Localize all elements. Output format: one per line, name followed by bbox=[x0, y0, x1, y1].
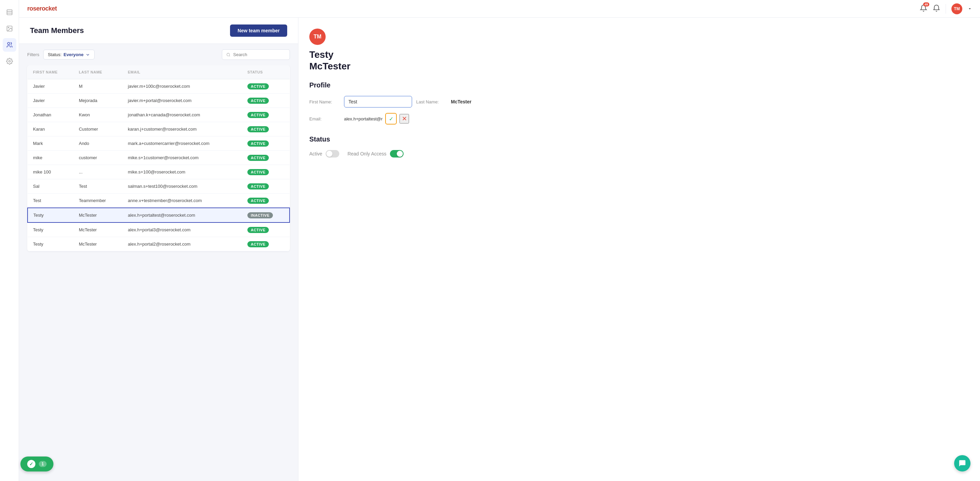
chevron-down-icon bbox=[968, 7, 972, 11]
filter-bar: Filters Status: Everyone bbox=[19, 44, 298, 65]
table-row[interactable]: Testy McTester alex.h+portal2@roserocket… bbox=[27, 237, 290, 251]
cell-last-name: Test bbox=[73, 179, 123, 194]
cell-email: mark.a+customercarrier@roserocket.com bbox=[123, 137, 242, 151]
chat-fab[interactable] bbox=[954, 455, 970, 471]
cell-status: INACTIVE bbox=[242, 208, 290, 222]
page-body: Team Members New team member Filters Sta… bbox=[19, 18, 980, 481]
table-row[interactable]: Mark Ando mark.a+customercarrier@roseroc… bbox=[27, 137, 290, 151]
table-row[interactable]: Jonathan Kwon jonathan.k+canada@roserock… bbox=[27, 108, 290, 122]
cell-status: ACTIVE bbox=[242, 165, 290, 179]
table-row[interactable]: Javier M javier.m+100c@roserocket.com AC… bbox=[27, 79, 290, 94]
cell-last-name: Mejorada bbox=[73, 94, 123, 108]
cell-first-name: Javier bbox=[27, 94, 73, 108]
cell-first-name: Javier bbox=[27, 79, 73, 94]
cell-first-name: Karan bbox=[27, 122, 73, 137]
col-first-name: FIRST NAME bbox=[27, 65, 73, 79]
page-title: Team Members bbox=[30, 26, 84, 35]
cell-last-name: ... bbox=[73, 165, 123, 179]
table-body: Javier M javier.m+100c@roserocket.com AC… bbox=[27, 79, 290, 251]
chevron-down-icon bbox=[86, 52, 90, 57]
success-toast: ✓ 1 bbox=[21, 457, 53, 471]
member-avatar: TM bbox=[309, 29, 326, 45]
read-only-toggle[interactable] bbox=[390, 150, 404, 157]
new-team-member-button[interactable]: New team member bbox=[230, 24, 287, 37]
sidebar bbox=[0, 0, 19, 481]
table-row[interactable]: mike 100 ... mike.s+100@roserocket.com A… bbox=[27, 165, 290, 179]
cell-email: alex.h+portal2@roserocket.com bbox=[123, 237, 242, 251]
table-row[interactable]: Javier Mejorada javier.m+portal@roserock… bbox=[27, 94, 290, 108]
top-nav: roserocket 49 TM bbox=[19, 0, 980, 18]
cancel-email-button[interactable]: ✕ bbox=[399, 114, 409, 124]
status-filter[interactable]: Status: Everyone bbox=[43, 50, 95, 60]
active-toggle[interactable] bbox=[326, 150, 339, 157]
cell-last-name: Ando bbox=[73, 137, 123, 151]
sidebar-item-document[interactable] bbox=[3, 5, 16, 19]
cell-status: ACTIVE bbox=[242, 179, 290, 194]
table-row[interactable]: Test Teammember anne.v+testmember@rosero… bbox=[27, 194, 290, 208]
cell-email: javier.m+portal@roserocket.com bbox=[123, 94, 242, 108]
filters-label: Filters bbox=[27, 52, 39, 57]
table-row[interactable]: Sal Test salman.s+test100@roserocket.com… bbox=[27, 179, 290, 194]
active-toggle-knob bbox=[326, 151, 332, 157]
first-name-input[interactable] bbox=[344, 96, 412, 108]
notifications-button[interactable]: 49 bbox=[920, 5, 927, 13]
nav-divider bbox=[946, 4, 946, 14]
cell-first-name: Testy bbox=[27, 237, 73, 251]
sidebar-item-team[interactable] bbox=[3, 38, 16, 52]
cell-last-name: M bbox=[73, 79, 123, 94]
first-name-label: First Name: bbox=[309, 99, 340, 105]
col-email: EMAIL bbox=[123, 65, 242, 79]
active-label: Active bbox=[309, 151, 322, 157]
cell-email: karan.j+customer@roserocket.com bbox=[123, 122, 242, 137]
cell-status: ACTIVE bbox=[242, 94, 290, 108]
cell-last-name: McTester bbox=[73, 237, 123, 251]
app-layout: roserocket 49 TM Team Members bbox=[0, 0, 980, 481]
table-row[interactable]: mike customer mike.s+1customer@roserocke… bbox=[27, 151, 290, 165]
profile-section: Profile First Name: Last Name: McTester … bbox=[309, 81, 969, 124]
col-last-name: LAST NAME bbox=[73, 65, 123, 79]
cell-first-name: Jonathan bbox=[27, 108, 73, 122]
cell-last-name: Customer bbox=[73, 122, 123, 137]
cell-first-name: Mark bbox=[27, 137, 73, 151]
table-row[interactable]: Testy McTester alex.h+portaltest@roseroc… bbox=[27, 208, 290, 222]
status-filter-value: Everyone bbox=[64, 52, 84, 57]
toast-count: 1 bbox=[39, 461, 47, 467]
list-panel: Team Members New team member Filters Sta… bbox=[19, 18, 298, 481]
user-avatar[interactable]: TM bbox=[951, 3, 962, 14]
confirm-email-button[interactable]: ✓ bbox=[385, 113, 397, 124]
main-content: roserocket 49 TM Team Members bbox=[19, 0, 980, 481]
cell-last-name: McTester bbox=[73, 208, 123, 222]
logo: roserocket bbox=[27, 5, 57, 12]
cell-first-name: Test bbox=[27, 194, 73, 208]
svg-point-7 bbox=[227, 53, 230, 56]
notifications-badge: 49 bbox=[923, 2, 929, 6]
cell-status: ACTIVE bbox=[242, 222, 290, 237]
search-input[interactable] bbox=[233, 52, 285, 57]
email-label: Email: bbox=[309, 116, 340, 121]
cell-email: salman.s+test100@roserocket.com bbox=[123, 179, 242, 194]
cell-status: ACTIVE bbox=[242, 137, 290, 151]
col-status: STATUS bbox=[242, 65, 290, 79]
member-name: Testy McTester bbox=[309, 49, 969, 72]
cell-last-name: customer bbox=[73, 151, 123, 165]
cell-status: ACTIVE bbox=[242, 151, 290, 165]
sidebar-item-settings[interactable] bbox=[3, 54, 16, 68]
cell-first-name: mike 100 bbox=[27, 165, 73, 179]
cell-status: ACTIVE bbox=[242, 108, 290, 122]
cell-email: mike.s+100@roserocket.com bbox=[123, 165, 242, 179]
status-section: Status Active Read Only Access bbox=[309, 135, 969, 157]
cell-status: ACTIVE bbox=[242, 79, 290, 94]
status-section-title: Status bbox=[309, 135, 969, 143]
table-row[interactable]: Karan Customer karan.j+customer@roserock… bbox=[27, 122, 290, 137]
first-name-row: First Name: Last Name: McTester bbox=[309, 96, 969, 108]
cell-email: javier.m+100c@roserocket.com bbox=[123, 79, 242, 94]
read-only-status-item: Read Only Access bbox=[347, 150, 403, 157]
active-status-item: Active bbox=[309, 150, 339, 157]
search-box[interactable] bbox=[222, 49, 290, 60]
cell-email: alex.h+portal3@roserocket.com bbox=[123, 222, 242, 237]
table-row[interactable]: Testy McTester alex.h+portal3@roserocket… bbox=[27, 222, 290, 237]
sidebar-item-image[interactable] bbox=[3, 22, 16, 35]
svg-rect-0 bbox=[7, 10, 12, 15]
alert-button[interactable] bbox=[933, 5, 940, 13]
cell-email: mike.s+1customer@roserocket.com bbox=[123, 151, 242, 165]
